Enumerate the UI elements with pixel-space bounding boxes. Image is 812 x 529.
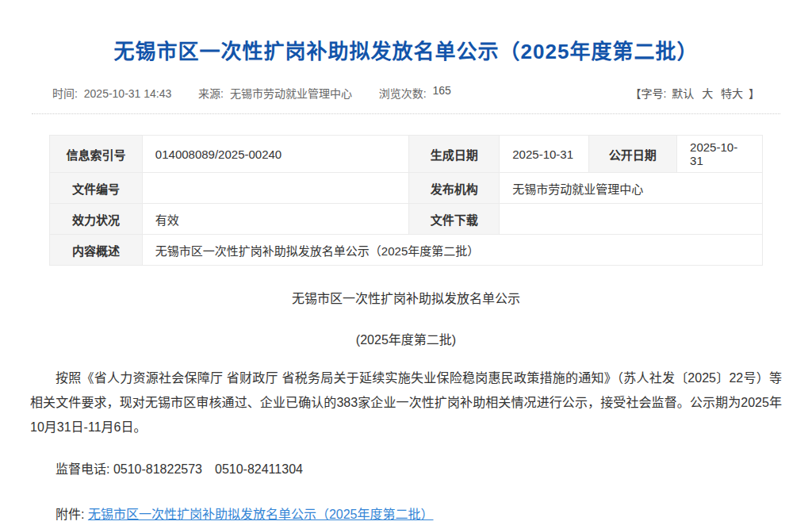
generate-date-value: 2025-10-31	[500, 136, 588, 173]
attachment-link[interactable]: 无锡市区一次性扩岗补助拟发放名单公示（2025年度第二批）	[88, 508, 434, 521]
meta-views-label: 浏览次数:	[379, 87, 427, 100]
document-number-value	[142, 173, 408, 204]
meta-row: 时间: 2025-10-31 14:43 来源: 无锡市劳动就业管理中心 浏览次…	[52, 85, 760, 101]
index-number-label: 信息索引号	[50, 136, 143, 173]
font-size-suffix: 】	[749, 87, 760, 100]
attachment-line: 附件: 无锡市区一次性扩岗补助拟发放名单公示（2025年度第二批）	[30, 502, 782, 527]
meta-source-value: 无锡市劳动就业管理中心	[230, 87, 352, 100]
publisher-value: 无锡市劳动就业管理中心	[500, 173, 763, 204]
font-size-default-button[interactable]: 默认	[672, 87, 694, 100]
publish-date-value: 2025-10-31	[677, 136, 763, 173]
info-table: 信息索引号 014008089/2025-00240 生成日期 2025-10-…	[49, 135, 763, 266]
page-title: 无锡市区一次性扩岗补助拟发放名单公示（2025年度第二批）	[0, 35, 812, 64]
generate-date-label: 生成日期	[409, 136, 500, 173]
validity-status-value: 有效	[142, 204, 408, 235]
publisher-label: 发布机构	[409, 173, 500, 204]
document-subtitle: (2025年度第二批)	[30, 329, 782, 348]
table-row: 内容概述 无锡市区一次性扩岗补助拟发放名单公示（2025年度第二批）	[50, 235, 763, 266]
validity-status-label: 效力状况	[50, 204, 143, 235]
announcement-paragraph: 按照《省人力资源社会保障厅 省财政厅 省税务局关于延续实施失业保险稳岗惠民政策措…	[30, 366, 782, 439]
table-row: 效力状况 有效 文件下载	[50, 204, 763, 235]
font-size-widget: 【字号: 默认 大 特大 】	[630, 85, 760, 101]
attachment-label: 附件:	[56, 508, 88, 521]
dotted-divider	[32, 113, 780, 114]
table-row: 文件编号 发布机构 无锡市劳动就业管理中心	[50, 173, 763, 204]
meta-views-count: 165	[432, 84, 450, 97]
meta-time-value: 2025-10-31 14:43	[84, 87, 172, 100]
table-row: 信息索引号 014008089/2025-00240 生成日期 2025-10-…	[50, 136, 763, 173]
document-number-label: 文件编号	[50, 173, 143, 204]
announcement-page: 无锡市区一次性扩岗补助拟发放名单公示（2025年度第二批） 时间: 2025-1…	[0, 35, 812, 529]
meta-time-label: 时间:	[52, 87, 78, 100]
file-download-value	[500, 204, 763, 235]
font-size-large-button[interactable]: 大	[702, 87, 713, 100]
supervision-phone-line: 监督电话: 0510-81822573 0510-82411304	[30, 457, 782, 481]
meta-source-label: 来源:	[198, 87, 224, 100]
content-summary-label: 内容概述	[50, 235, 143, 266]
article-body: 无锡市区一次性扩岗补助拟发放名单公示 (2025年度第二批) 按照《省人力资源社…	[30, 288, 782, 527]
file-download-label: 文件下载	[409, 204, 500, 235]
index-number-value: 014008089/2025-00240	[142, 136, 408, 173]
meta-info: 时间: 2025-10-31 14:43 来源: 无锡市劳动就业管理中心 浏览次…	[52, 85, 454, 101]
publish-date-label: 公开日期	[588, 136, 676, 173]
font-size-xlarge-button[interactable]: 特大	[721, 87, 743, 100]
content-summary-value: 无锡市区一次性扩岗补助拟发放名单公示（2025年度第二批）	[142, 235, 762, 266]
document-title: 无锡市区一次性扩岗补助拟发放名单公示	[30, 288, 782, 307]
font-size-prefix: 【字号:	[630, 87, 667, 100]
